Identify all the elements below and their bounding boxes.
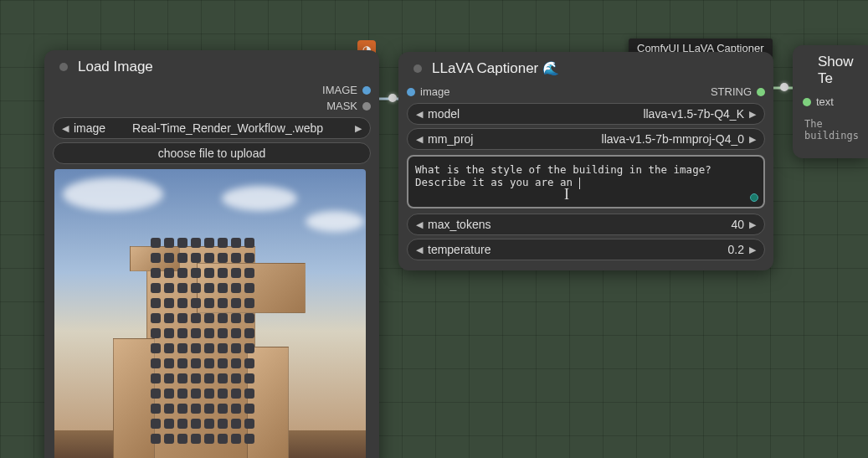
arrow-right-icon[interactable]: ▶ — [749, 244, 756, 255]
port-dot-icon[interactable] — [362, 102, 371, 111]
field-label: mm_proj — [428, 132, 473, 146]
node-title: Load Image — [78, 59, 153, 75]
field-value: llava-v1.5-7b-Q4_K — [460, 107, 744, 121]
arrow-right-icon[interactable]: ▶ — [749, 134, 756, 145]
field-label: image — [74, 121, 105, 135]
output-text: The buildings — [793, 110, 868, 150]
model-field[interactable]: ◀ model llava-v1.5-7b-Q4_K ▶ — [407, 103, 765, 125]
image-preview: // inline windows will be drawn by popul… — [54, 169, 366, 458]
text-cursor-icon: I — [564, 186, 569, 203]
collapse-dot-icon[interactable] — [59, 63, 68, 71]
temperature-field[interactable]: ◀ temperature 0.2 ▶ — [407, 239, 765, 260]
node-load-image[interactable]: Load Image IMAGE MASK ◀ image Real-Time_… — [44, 50, 379, 458]
arrow-right-icon[interactable]: ▶ — [749, 109, 756, 120]
node-show-text[interactable]: Show Te text The buildings — [793, 45, 868, 158]
node-title: Show Te — [818, 54, 854, 87]
prompt-textarea[interactable]: What is the style of the building in the… — [407, 155, 765, 208]
node-header[interactable]: Show Te — [793, 45, 868, 94]
output-port-mask[interactable]: MASK — [44, 98, 379, 114]
input-port-text[interactable]: text — [793, 94, 868, 110]
output-port-image[interactable]: IMAGE — [44, 82, 379, 98]
collapse-dot-icon[interactable] — [413, 64, 422, 73]
node-llava-captioner[interactable]: LLaVA Captioner 🌊 image STRING ◀ model l… — [398, 52, 773, 270]
image-filename-field[interactable]: ◀ image Real-Time_Render_Workflow_.webp … — [53, 117, 371, 139]
node-header[interactable]: LLaVA Captioner 🌊 — [398, 52, 773, 84]
field-value: 0.2 — [490, 243, 744, 256]
input-port-image[interactable]: image — [407, 84, 449, 100]
wave-emoji-icon: 🌊 — [542, 61, 559, 75]
port-dot-icon[interactable] — [362, 86, 371, 95]
port-dot-icon[interactable] — [407, 88, 415, 96]
field-value: 40 — [490, 218, 744, 231]
mm-proj-field[interactable]: ◀ mm_proj llava-v1.5-7b-mmproj-Q4_0 ▶ — [407, 128, 765, 150]
field-label: temperature — [428, 243, 490, 256]
wire-endpoint — [388, 94, 397, 102]
field-label: model — [428, 107, 460, 121]
arrow-left-icon[interactable]: ◀ — [62, 123, 69, 134]
choose-file-button[interactable]: choose file to upload — [53, 142, 371, 164]
port-dot-icon[interactable] — [757, 88, 765, 96]
field-label: max_tokens — [428, 218, 490, 231]
port-dot-icon[interactable] — [803, 98, 811, 106]
arrow-left-icon[interactable]: ◀ — [416, 244, 423, 255]
arrow-right-icon[interactable]: ▶ — [749, 219, 756, 230]
max-tokens-field[interactable]: ◀ max_tokens 40 ▶ — [407, 214, 765, 235]
arrow-right-icon[interactable]: ▶ — [355, 123, 362, 134]
output-port-string[interactable]: STRING — [711, 84, 765, 100]
wire-endpoint — [780, 83, 788, 91]
arrow-left-icon[interactable]: ◀ — [416, 134, 423, 145]
arrow-left-icon[interactable]: ◀ — [416, 109, 423, 120]
field-value: llava-v1.5-7b-mmproj-Q4_0 — [473, 132, 744, 146]
node-header[interactable]: Load Image — [44, 50, 379, 82]
field-value: Real-Time_Render_Workflow_.webp — [105, 121, 350, 135]
resize-handle-icon[interactable] — [750, 193, 758, 202]
node-title: LLaVA Captioner 🌊 — [432, 60, 559, 77]
arrow-left-icon[interactable]: ◀ — [416, 219, 423, 230]
